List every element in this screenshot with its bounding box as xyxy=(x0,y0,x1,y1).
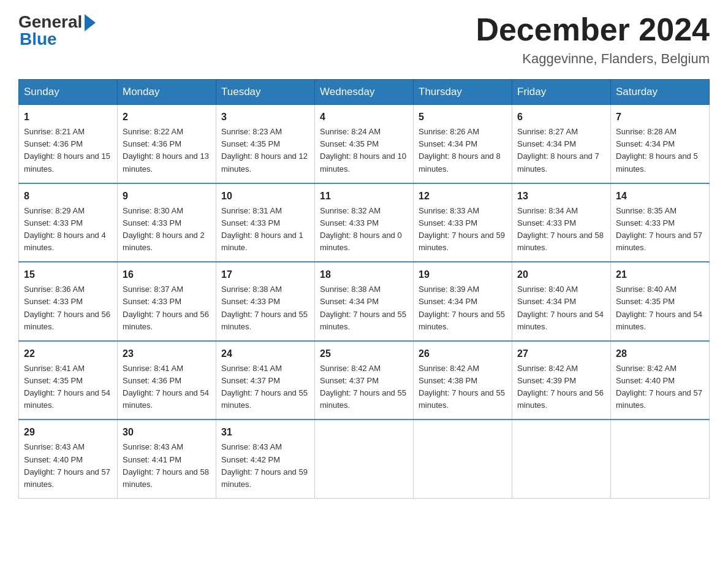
logo: General Blue xyxy=(18,12,96,49)
day-number: 2 xyxy=(123,110,211,124)
day-number: 3 xyxy=(221,110,309,124)
day-number: 1 xyxy=(24,110,112,124)
weekday-header-saturday: Saturday xyxy=(611,80,710,105)
calendar-cell: 5Sunrise: 8:26 AMSunset: 4:34 PMDaylight… xyxy=(414,105,512,183)
calendar-cell: 9Sunrise: 8:30 AMSunset: 4:33 PMDaylight… xyxy=(118,183,216,262)
calendar-cell xyxy=(315,419,414,498)
day-info: Sunrise: 8:29 AMSunset: 4:33 PMDaylight:… xyxy=(24,206,106,252)
day-info: Sunrise: 8:41 AMSunset: 4:35 PMDaylight:… xyxy=(24,364,110,410)
logo-arrow-icon xyxy=(85,14,96,31)
day-info: Sunrise: 8:41 AMSunset: 4:36 PMDaylight:… xyxy=(123,364,209,410)
location-title: Kaggevinne, Flanders, Belgium xyxy=(476,51,710,67)
day-number: 12 xyxy=(419,189,507,204)
calendar-cell: 3Sunrise: 8:23 AMSunset: 4:35 PMDaylight… xyxy=(216,105,315,183)
day-info: Sunrise: 8:30 AMSunset: 4:33 PMDaylight:… xyxy=(123,206,205,252)
day-number: 21 xyxy=(616,267,704,282)
calendar-cell: 26Sunrise: 8:42 AMSunset: 4:38 PMDayligh… xyxy=(414,341,512,420)
calendar-cell: 1Sunrise: 8:21 AMSunset: 4:36 PMDaylight… xyxy=(19,105,118,183)
weekday-header-tuesday: Tuesday xyxy=(216,80,315,105)
calendar-week-4: 22Sunrise: 8:41 AMSunset: 4:35 PMDayligh… xyxy=(19,341,710,420)
calendar-cell: 30Sunrise: 8:43 AMSunset: 4:41 PMDayligh… xyxy=(118,419,216,498)
calendar-cell: 31Sunrise: 8:43 AMSunset: 4:42 PMDayligh… xyxy=(216,419,315,498)
day-info: Sunrise: 8:42 AMSunset: 4:38 PMDaylight:… xyxy=(419,364,505,410)
day-info: Sunrise: 8:39 AMSunset: 4:34 PMDaylight:… xyxy=(419,285,505,331)
calendar-cell: 28Sunrise: 8:42 AMSunset: 4:40 PMDayligh… xyxy=(611,341,710,420)
day-number: 7 xyxy=(616,110,704,124)
day-number: 16 xyxy=(123,267,211,282)
weekday-header-sunday: Sunday xyxy=(19,80,118,105)
weekday-header-thursday: Thursday xyxy=(414,80,512,105)
calendar-week-3: 15Sunrise: 8:36 AMSunset: 4:33 PMDayligh… xyxy=(19,262,710,341)
day-info: Sunrise: 8:37 AMSunset: 4:33 PMDaylight:… xyxy=(123,285,209,331)
weekday-header-row: SundayMondayTuesdayWednesdayThursdayFrid… xyxy=(19,80,710,105)
day-number: 30 xyxy=(123,425,211,440)
day-number: 27 xyxy=(517,347,605,361)
day-info: Sunrise: 8:28 AMSunset: 4:34 PMDaylight:… xyxy=(616,127,698,173)
day-number: 26 xyxy=(419,347,507,361)
calendar-cell xyxy=(512,419,611,498)
calendar-cell: 11Sunrise: 8:32 AMSunset: 4:33 PMDayligh… xyxy=(315,183,414,262)
day-info: Sunrise: 8:42 AMSunset: 4:39 PMDaylight:… xyxy=(517,364,604,410)
day-info: Sunrise: 8:26 AMSunset: 4:34 PMDaylight:… xyxy=(419,127,501,173)
calendar-cell: 29Sunrise: 8:43 AMSunset: 4:40 PMDayligh… xyxy=(19,419,118,498)
calendar-cell: 2Sunrise: 8:22 AMSunset: 4:36 PMDaylight… xyxy=(118,105,216,183)
calendar-cell: 13Sunrise: 8:34 AMSunset: 4:33 PMDayligh… xyxy=(512,183,611,262)
calendar-cell: 23Sunrise: 8:41 AMSunset: 4:36 PMDayligh… xyxy=(118,341,216,420)
day-info: Sunrise: 8:40 AMSunset: 4:35 PMDaylight:… xyxy=(616,285,702,331)
day-info: Sunrise: 8:43 AMSunset: 4:42 PMDaylight:… xyxy=(221,442,308,488)
day-info: Sunrise: 8:38 AMSunset: 4:33 PMDaylight:… xyxy=(221,285,308,331)
day-info: Sunrise: 8:22 AMSunset: 4:36 PMDaylight:… xyxy=(123,127,209,173)
day-info: Sunrise: 8:31 AMSunset: 4:33 PMDaylight:… xyxy=(221,206,303,252)
calendar-cell: 4Sunrise: 8:24 AMSunset: 4:35 PMDaylight… xyxy=(315,105,414,183)
day-info: Sunrise: 8:23 AMSunset: 4:35 PMDaylight:… xyxy=(221,127,308,173)
day-info: Sunrise: 8:41 AMSunset: 4:37 PMDaylight:… xyxy=(221,364,308,410)
day-number: 5 xyxy=(419,110,507,124)
calendar-cell xyxy=(611,419,710,498)
day-number: 31 xyxy=(221,425,309,440)
day-info: Sunrise: 8:21 AMSunset: 4:36 PMDaylight:… xyxy=(24,127,110,173)
day-number: 14 xyxy=(616,189,704,204)
day-number: 20 xyxy=(517,267,605,282)
day-info: Sunrise: 8:43 AMSunset: 4:41 PMDaylight:… xyxy=(123,442,209,488)
day-info: Sunrise: 8:27 AMSunset: 4:34 PMDaylight:… xyxy=(517,127,599,173)
calendar-week-5: 29Sunrise: 8:43 AMSunset: 4:40 PMDayligh… xyxy=(19,419,710,498)
day-number: 8 xyxy=(24,189,112,204)
day-info: Sunrise: 8:24 AMSunset: 4:35 PMDaylight:… xyxy=(320,127,406,173)
day-number: 23 xyxy=(123,347,211,361)
day-number: 11 xyxy=(320,189,408,204)
day-number: 19 xyxy=(419,267,507,282)
calendar-cell: 15Sunrise: 8:36 AMSunset: 4:33 PMDayligh… xyxy=(19,262,118,341)
calendar-cell: 24Sunrise: 8:41 AMSunset: 4:37 PMDayligh… xyxy=(216,341,315,420)
day-info: Sunrise: 8:42 AMSunset: 4:40 PMDaylight:… xyxy=(616,364,702,410)
day-info: Sunrise: 8:35 AMSunset: 4:33 PMDaylight:… xyxy=(616,206,702,252)
calendar-cell: 21Sunrise: 8:40 AMSunset: 4:35 PMDayligh… xyxy=(611,262,710,341)
calendar-cell: 19Sunrise: 8:39 AMSunset: 4:34 PMDayligh… xyxy=(414,262,512,341)
day-number: 9 xyxy=(123,189,211,204)
day-number: 13 xyxy=(517,189,605,204)
day-number: 29 xyxy=(24,425,112,440)
day-number: 24 xyxy=(221,347,309,361)
calendar-cell: 14Sunrise: 8:35 AMSunset: 4:33 PMDayligh… xyxy=(611,183,710,262)
day-info: Sunrise: 8:43 AMSunset: 4:40 PMDaylight:… xyxy=(24,442,110,488)
calendar-cell: 12Sunrise: 8:33 AMSunset: 4:33 PMDayligh… xyxy=(414,183,512,262)
logo-blue-text: Blue xyxy=(20,29,57,49)
calendar-cell: 10Sunrise: 8:31 AMSunset: 4:33 PMDayligh… xyxy=(216,183,315,262)
weekday-header-friday: Friday xyxy=(512,80,611,105)
calendar-week-2: 8Sunrise: 8:29 AMSunset: 4:33 PMDaylight… xyxy=(19,183,710,262)
day-info: Sunrise: 8:36 AMSunset: 4:33 PMDaylight:… xyxy=(24,285,110,331)
calendar-table: SundayMondayTuesdayWednesdayThursdayFrid… xyxy=(18,79,710,499)
day-info: Sunrise: 8:32 AMSunset: 4:33 PMDaylight:… xyxy=(320,206,402,252)
calendar-cell: 20Sunrise: 8:40 AMSunset: 4:34 PMDayligh… xyxy=(512,262,611,341)
day-info: Sunrise: 8:34 AMSunset: 4:33 PMDaylight:… xyxy=(517,206,604,252)
calendar-cell: 18Sunrise: 8:38 AMSunset: 4:34 PMDayligh… xyxy=(315,262,414,341)
calendar-cell xyxy=(414,419,512,498)
calendar-cell: 6Sunrise: 8:27 AMSunset: 4:34 PMDaylight… xyxy=(512,105,611,183)
day-number: 28 xyxy=(616,347,704,361)
title-area: December 2024 Kaggevinne, Flanders, Belg… xyxy=(476,12,710,67)
day-number: 22 xyxy=(24,347,112,361)
calendar-week-1: 1Sunrise: 8:21 AMSunset: 4:36 PMDaylight… xyxy=(19,105,710,183)
page-header: General Blue December 2024 Kaggevinne, F… xyxy=(18,12,710,67)
calendar-cell: 22Sunrise: 8:41 AMSunset: 4:35 PMDayligh… xyxy=(19,341,118,420)
day-number: 6 xyxy=(517,110,605,124)
day-number: 15 xyxy=(24,267,112,282)
